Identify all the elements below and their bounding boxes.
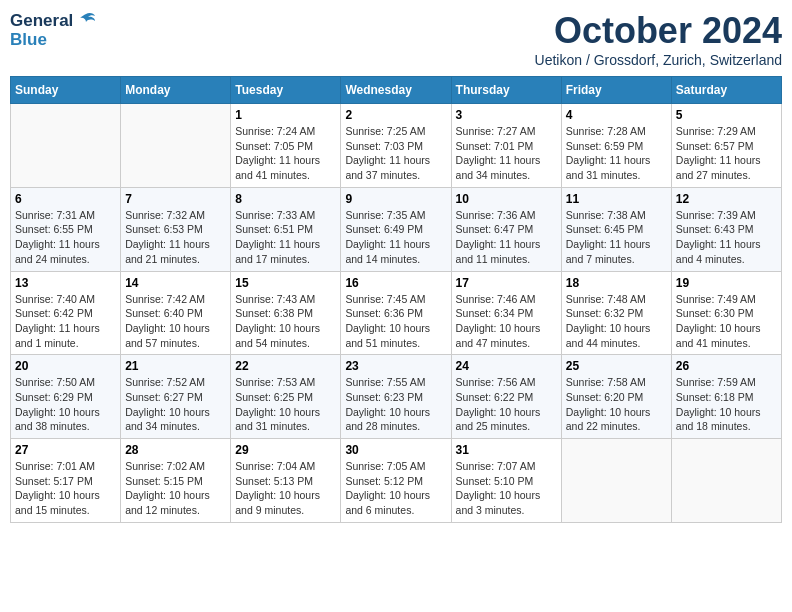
day-info: Sunrise: 7:48 AM Sunset: 6:32 PM Dayligh… <box>566 292 667 351</box>
weekday-header: Saturday <box>671 77 781 104</box>
day-number: 26 <box>676 359 777 373</box>
calendar-cell: 7Sunrise: 7:32 AM Sunset: 6:53 PM Daylig… <box>121 187 231 271</box>
day-info: Sunrise: 7:36 AM Sunset: 6:47 PM Dayligh… <box>456 208 557 267</box>
weekday-header: Sunday <box>11 77 121 104</box>
calendar-cell: 25Sunrise: 7:58 AM Sunset: 6:20 PM Dayli… <box>561 355 671 439</box>
calendar-cell: 26Sunrise: 7:59 AM Sunset: 6:18 PM Dayli… <box>671 355 781 439</box>
logo-bird-icon <box>75 10 97 32</box>
day-info: Sunrise: 7:29 AM Sunset: 6:57 PM Dayligh… <box>676 124 777 183</box>
calendar-cell: 28Sunrise: 7:02 AM Sunset: 5:15 PM Dayli… <box>121 439 231 523</box>
day-number: 8 <box>235 192 336 206</box>
day-info: Sunrise: 7:04 AM Sunset: 5:13 PM Dayligh… <box>235 459 336 518</box>
calendar-cell: 30Sunrise: 7:05 AM Sunset: 5:12 PM Dayli… <box>341 439 451 523</box>
day-number: 19 <box>676 276 777 290</box>
calendar-cell: 18Sunrise: 7:48 AM Sunset: 6:32 PM Dayli… <box>561 271 671 355</box>
logo-general: General <box>10 11 73 31</box>
calendar-cell <box>561 439 671 523</box>
day-number: 18 <box>566 276 667 290</box>
calendar-header: SundayMondayTuesdayWednesdayThursdayFrid… <box>11 77 782 104</box>
day-number: 4 <box>566 108 667 122</box>
day-info: Sunrise: 7:43 AM Sunset: 6:38 PM Dayligh… <box>235 292 336 351</box>
day-info: Sunrise: 7:07 AM Sunset: 5:10 PM Dayligh… <box>456 459 557 518</box>
calendar-cell: 1Sunrise: 7:24 AM Sunset: 7:05 PM Daylig… <box>231 104 341 188</box>
day-info: Sunrise: 7:05 AM Sunset: 5:12 PM Dayligh… <box>345 459 446 518</box>
day-number: 16 <box>345 276 446 290</box>
day-info: Sunrise: 7:52 AM Sunset: 6:27 PM Dayligh… <box>125 375 226 434</box>
day-number: 22 <box>235 359 336 373</box>
day-number: 5 <box>676 108 777 122</box>
calendar-cell: 16Sunrise: 7:45 AM Sunset: 6:36 PM Dayli… <box>341 271 451 355</box>
day-number: 11 <box>566 192 667 206</box>
day-info: Sunrise: 7:25 AM Sunset: 7:03 PM Dayligh… <box>345 124 446 183</box>
logo-blue: Blue <box>10 30 97 50</box>
calendar-cell: 9Sunrise: 7:35 AM Sunset: 6:49 PM Daylig… <box>341 187 451 271</box>
page-header: General Blue October 2024 Uetikon / Gros… <box>10 10 782 68</box>
day-info: Sunrise: 7:55 AM Sunset: 6:23 PM Dayligh… <box>345 375 446 434</box>
day-info: Sunrise: 7:31 AM Sunset: 6:55 PM Dayligh… <box>15 208 116 267</box>
weekday-header: Wednesday <box>341 77 451 104</box>
day-number: 14 <box>125 276 226 290</box>
day-number: 7 <box>125 192 226 206</box>
day-info: Sunrise: 7:45 AM Sunset: 6:36 PM Dayligh… <box>345 292 446 351</box>
day-number: 31 <box>456 443 557 457</box>
calendar-cell: 20Sunrise: 7:50 AM Sunset: 6:29 PM Dayli… <box>11 355 121 439</box>
day-info: Sunrise: 7:28 AM Sunset: 6:59 PM Dayligh… <box>566 124 667 183</box>
weekday-header: Friday <box>561 77 671 104</box>
day-info: Sunrise: 7:40 AM Sunset: 6:42 PM Dayligh… <box>15 292 116 351</box>
day-number: 6 <box>15 192 116 206</box>
calendar-cell <box>11 104 121 188</box>
day-number: 30 <box>345 443 446 457</box>
day-info: Sunrise: 7:35 AM Sunset: 6:49 PM Dayligh… <box>345 208 446 267</box>
day-info: Sunrise: 7:38 AM Sunset: 6:45 PM Dayligh… <box>566 208 667 267</box>
calendar-cell: 14Sunrise: 7:42 AM Sunset: 6:40 PM Dayli… <box>121 271 231 355</box>
calendar-cell: 3Sunrise: 7:27 AM Sunset: 7:01 PM Daylig… <box>451 104 561 188</box>
day-info: Sunrise: 7:42 AM Sunset: 6:40 PM Dayligh… <box>125 292 226 351</box>
calendar-table: SundayMondayTuesdayWednesdayThursdayFrid… <box>10 76 782 523</box>
day-number: 25 <box>566 359 667 373</box>
calendar-cell: 11Sunrise: 7:38 AM Sunset: 6:45 PM Dayli… <box>561 187 671 271</box>
calendar-cell: 31Sunrise: 7:07 AM Sunset: 5:10 PM Dayli… <box>451 439 561 523</box>
day-info: Sunrise: 7:46 AM Sunset: 6:34 PM Dayligh… <box>456 292 557 351</box>
day-number: 23 <box>345 359 446 373</box>
calendar-cell: 13Sunrise: 7:40 AM Sunset: 6:42 PM Dayli… <box>11 271 121 355</box>
calendar-cell: 6Sunrise: 7:31 AM Sunset: 6:55 PM Daylig… <box>11 187 121 271</box>
day-info: Sunrise: 7:02 AM Sunset: 5:15 PM Dayligh… <box>125 459 226 518</box>
day-number: 24 <box>456 359 557 373</box>
logo: General Blue <box>10 10 97 50</box>
day-number: 17 <box>456 276 557 290</box>
day-number: 10 <box>456 192 557 206</box>
calendar-cell: 19Sunrise: 7:49 AM Sunset: 6:30 PM Dayli… <box>671 271 781 355</box>
location-title: Uetikon / Grossdorf, Zurich, Switzerland <box>535 52 782 68</box>
day-info: Sunrise: 7:59 AM Sunset: 6:18 PM Dayligh… <box>676 375 777 434</box>
calendar-cell: 5Sunrise: 7:29 AM Sunset: 6:57 PM Daylig… <box>671 104 781 188</box>
day-info: Sunrise: 7:58 AM Sunset: 6:20 PM Dayligh… <box>566 375 667 434</box>
calendar-cell: 17Sunrise: 7:46 AM Sunset: 6:34 PM Dayli… <box>451 271 561 355</box>
day-number: 27 <box>15 443 116 457</box>
calendar-cell <box>121 104 231 188</box>
day-number: 1 <box>235 108 336 122</box>
calendar-cell: 29Sunrise: 7:04 AM Sunset: 5:13 PM Dayli… <box>231 439 341 523</box>
calendar-body: 1Sunrise: 7:24 AM Sunset: 7:05 PM Daylig… <box>11 104 782 523</box>
day-info: Sunrise: 7:33 AM Sunset: 6:51 PM Dayligh… <box>235 208 336 267</box>
calendar-cell: 23Sunrise: 7:55 AM Sunset: 6:23 PM Dayli… <box>341 355 451 439</box>
day-number: 29 <box>235 443 336 457</box>
month-title: October 2024 <box>535 10 782 52</box>
day-number: 21 <box>125 359 226 373</box>
day-number: 9 <box>345 192 446 206</box>
day-info: Sunrise: 7:01 AM Sunset: 5:17 PM Dayligh… <box>15 459 116 518</box>
day-number: 20 <box>15 359 116 373</box>
weekday-header: Monday <box>121 77 231 104</box>
day-info: Sunrise: 7:49 AM Sunset: 6:30 PM Dayligh… <box>676 292 777 351</box>
calendar-cell: 8Sunrise: 7:33 AM Sunset: 6:51 PM Daylig… <box>231 187 341 271</box>
day-number: 2 <box>345 108 446 122</box>
day-info: Sunrise: 7:24 AM Sunset: 7:05 PM Dayligh… <box>235 124 336 183</box>
calendar-cell: 27Sunrise: 7:01 AM Sunset: 5:17 PM Dayli… <box>11 439 121 523</box>
calendar-cell: 10Sunrise: 7:36 AM Sunset: 6:47 PM Dayli… <box>451 187 561 271</box>
calendar-cell: 4Sunrise: 7:28 AM Sunset: 6:59 PM Daylig… <box>561 104 671 188</box>
day-number: 13 <box>15 276 116 290</box>
calendar-cell: 15Sunrise: 7:43 AM Sunset: 6:38 PM Dayli… <box>231 271 341 355</box>
day-info: Sunrise: 7:39 AM Sunset: 6:43 PM Dayligh… <box>676 208 777 267</box>
calendar-cell: 22Sunrise: 7:53 AM Sunset: 6:25 PM Dayli… <box>231 355 341 439</box>
calendar-cell: 12Sunrise: 7:39 AM Sunset: 6:43 PM Dayli… <box>671 187 781 271</box>
calendar-cell <box>671 439 781 523</box>
